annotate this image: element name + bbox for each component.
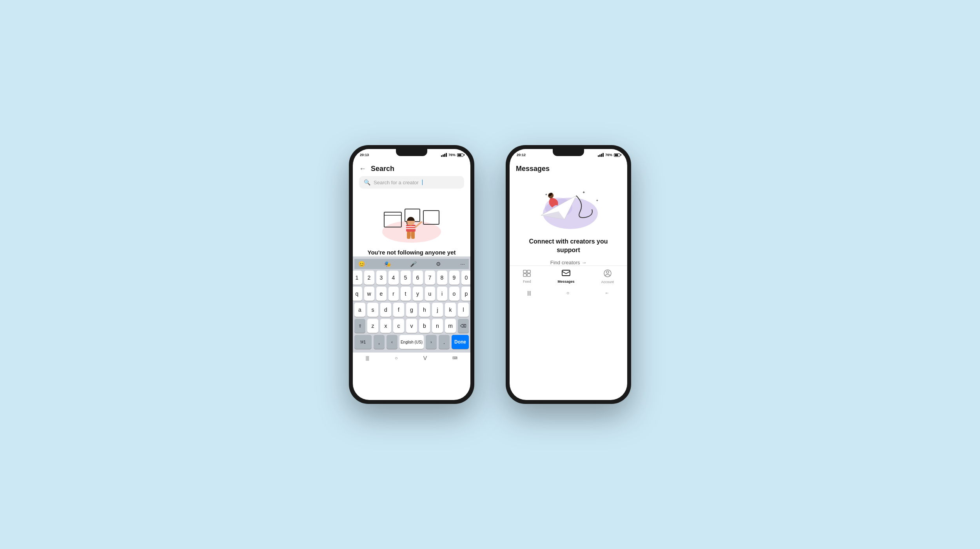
back-button[interactable]: ← [359, 165, 366, 173]
key-3[interactable]: 3 [376, 271, 387, 285]
key-4[interactable]: 4 [388, 271, 399, 285]
messages-illustration: ✦ ✦ ✦ [529, 184, 608, 231]
messages-nav-label: Messages [557, 280, 574, 284]
key-c[interactable]: c [393, 319, 404, 333]
key-o[interactable]: o [449, 287, 459, 301]
key-0[interactable]: 0 [461, 271, 471, 285]
zxcv-row: ⇧ z x c v b n m ⌫ [354, 319, 469, 333]
android-keyboard-icon[interactable]: ⌨ [452, 356, 457, 360]
svg-text:✦: ✦ [545, 193, 548, 196]
key-y[interactable]: y [413, 287, 423, 301]
key-1[interactable]: 1 [353, 271, 362, 285]
svg-rect-10 [411, 232, 415, 239]
svg-rect-23 [562, 270, 570, 276]
key-e[interactable]: e [376, 287, 387, 301]
mic-icon[interactable]: 🎤 [410, 261, 417, 267]
key-w[interactable]: w [364, 287, 374, 301]
messages-page-title: Messages [516, 165, 550, 173]
notch [396, 149, 427, 156]
numbers-key[interactable]: !#1 [354, 335, 372, 349]
status-bar-messages: 20:12 76% [510, 149, 627, 161]
svg-rect-21 [523, 274, 526, 276]
key-g[interactable]: g [406, 303, 417, 317]
comma-key[interactable]: , [374, 335, 385, 349]
emoji-icon[interactable]: 😊 [358, 261, 365, 267]
key-q[interactable]: q [353, 287, 362, 301]
svg-text:✦: ✦ [596, 199, 599, 202]
screen-messages: Messages [510, 161, 627, 298]
bottom-row: !#1 , ‹ English (US) › . Done [354, 335, 469, 349]
battery-percent-search: 76% [448, 153, 456, 157]
empty-state-text: You're not following anyone yet [368, 248, 456, 256]
delete-key[interactable]: ⌫ [458, 319, 469, 333]
svg-rect-22 [527, 274, 530, 276]
key-7[interactable]: 7 [425, 271, 435, 285]
key-6[interactable]: 6 [413, 271, 423, 285]
android-nav-messages: ||| ○ ← [510, 287, 627, 298]
key-t[interactable]: t [401, 287, 411, 301]
number-row: 1 2 3 4 5 6 7 8 9 0 [354, 271, 469, 285]
key-a[interactable]: a [354, 303, 365, 317]
status-time-search: 20:13 [360, 153, 369, 157]
key-9[interactable]: 9 [449, 271, 459, 285]
status-icons-messages: 76% [598, 153, 620, 157]
notch-2 [553, 149, 584, 156]
done-key[interactable]: Done [452, 335, 469, 349]
key-x[interactable]: x [380, 319, 391, 333]
key-u[interactable]: u [425, 287, 435, 301]
text-cursor [422, 180, 423, 185]
key-d[interactable]: d [380, 303, 391, 317]
settings-icon[interactable]: ⚙ [436, 261, 441, 267]
key-2[interactable]: 2 [364, 271, 374, 285]
signal-icon [441, 153, 447, 157]
search-header: ← Search [353, 161, 470, 176]
key-r[interactable]: r [388, 287, 399, 301]
key-5[interactable]: 5 [401, 271, 411, 285]
screen-search: ← Search 🔍 Search for a creator [353, 161, 470, 364]
nav-messages[interactable]: Messages [557, 270, 574, 284]
battery-icon-search [457, 153, 463, 157]
arrow-right-key[interactable]: › [426, 335, 437, 349]
key-v[interactable]: v [406, 319, 417, 333]
android-recent-icon-2[interactable]: ||| [527, 290, 531, 296]
key-i[interactable]: i [437, 287, 447, 301]
svg-rect-9 [407, 232, 410, 239]
key-b[interactable]: b [419, 319, 430, 333]
key-p[interactable]: p [461, 287, 471, 301]
search-page-title: Search [371, 165, 394, 173]
feed-icon [523, 270, 531, 279]
period-key[interactable]: . [439, 335, 450, 349]
arrow-left-key[interactable]: ‹ [387, 335, 397, 349]
keyboard-toolbar: 😊 🎭 🎤 ⚙ ··· [354, 259, 469, 269]
key-z[interactable]: z [367, 319, 378, 333]
sticker-icon[interactable]: 🎭 [384, 261, 391, 267]
phone-search: 20:13 76% ← Search [349, 145, 474, 404]
key-n[interactable]: n [432, 319, 443, 333]
search-input-bar[interactable]: 🔍 Search for a creator [359, 176, 464, 189]
shift-key[interactable]: ⇧ [354, 319, 365, 333]
key-s[interactable]: s [367, 303, 378, 317]
key-h[interactable]: h [419, 303, 430, 317]
bottom-navigation: Feed Messages [510, 265, 627, 287]
android-back-icon[interactable]: V [423, 355, 427, 361]
android-back-icon-2[interactable]: ← [605, 290, 610, 296]
key-k[interactable]: k [445, 303, 456, 317]
more-icon[interactable]: ··· [460, 261, 465, 267]
key-j[interactable]: j [432, 303, 443, 317]
nav-account[interactable]: Account [601, 269, 614, 284]
android-home-icon-2[interactable]: ○ [566, 290, 569, 296]
keyboard[interactable]: 😊 🎭 🎤 ⚙ ··· 1 2 3 4 5 6 7 8 9 [353, 256, 470, 353]
space-key[interactable]: English (US) [399, 335, 424, 349]
search-bar-container: 🔍 Search for a creator [353, 176, 470, 193]
svg-point-25 [606, 271, 609, 273]
nav-feed[interactable]: Feed [523, 270, 531, 284]
signal-icon-2 [598, 153, 604, 157]
key-f[interactable]: f [393, 303, 404, 317]
android-recent-icon[interactable]: ||| [366, 355, 369, 361]
qwerty-row: q w e r t y u i o p [354, 287, 469, 301]
key-l[interactable]: l [458, 303, 469, 317]
find-creators-link[interactable]: Find creators → [550, 260, 586, 265]
android-home-icon[interactable]: ○ [395, 355, 397, 361]
key-8[interactable]: 8 [437, 271, 447, 285]
key-m[interactable]: m [445, 319, 456, 333]
